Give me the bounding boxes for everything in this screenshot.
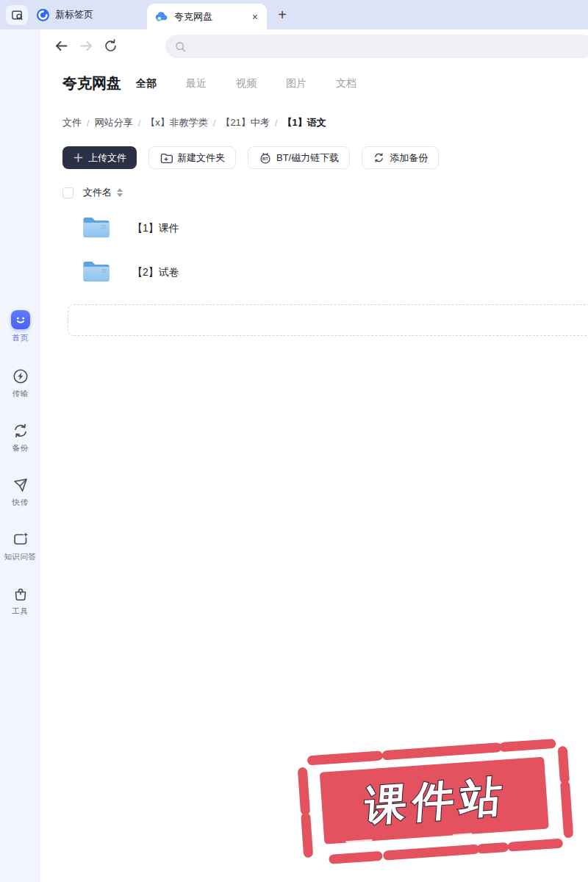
- folder-name[interactable]: 【2】试卷: [132, 266, 179, 279]
- sidebar-item-home[interactable]: 首页: [0, 310, 40, 343]
- sort-icon[interactable]: [117, 188, 123, 197]
- main-content: 夸克网盘 全部 最近 视频 图片 文档 文件 / 网站分享 / 【x】非教学类 …: [40, 29, 588, 882]
- new-folder-icon: [159, 151, 173, 165]
- search-input[interactable]: [193, 41, 585, 52]
- sidebar-label: 首页: [12, 333, 29, 343]
- tab-recent[interactable]: 最近: [186, 77, 207, 90]
- sidebar-item-quickshare[interactable]: 快传: [0, 476, 40, 508]
- breadcrumb-current: 【1】语文: [282, 116, 326, 129]
- quark-browser-icon: [37, 9, 49, 21]
- refresh-icon[interactable]: [103, 38, 118, 54]
- address-search-bar[interactable]: [165, 35, 588, 58]
- search-icon: [174, 40, 187, 53]
- home-smiley-icon: [11, 310, 30, 329]
- knowledge-qa-icon: [12, 531, 29, 548]
- backup-sync-icon: [12, 422, 29, 440]
- breadcrumb-item[interactable]: 【x】非教学类: [146, 116, 208, 129]
- new-folder-label: 新建文件夹: [177, 151, 225, 165]
- stamp-text: 课件站: [362, 772, 509, 829]
- folder-icon: [82, 259, 111, 284]
- bt-download-label: BT/磁力链下载: [276, 151, 339, 165]
- tab-label: 夸克网盘: [174, 10, 212, 24]
- breadcrumb-item[interactable]: 文件: [62, 116, 82, 129]
- quark-cloud-icon: [154, 10, 168, 24]
- sidebar-item-transfer[interactable]: 传输: [0, 368, 40, 399]
- breadcrumb: 文件 / 网站分享 / 【x】非教学类 / 【21】中考 / 【1】语文: [62, 116, 326, 129]
- add-backup-label: 添加备份: [390, 151, 428, 165]
- paper-plane-icon: [12, 476, 29, 494]
- filename-column-header: 文件名: [83, 186, 112, 199]
- tab-search-icon: [10, 8, 24, 22]
- filter-tabs: 全部 最近 视频 图片 文档: [136, 77, 356, 90]
- folder-name[interactable]: 【1】课件: [132, 222, 179, 235]
- breadcrumb-separator: /: [275, 118, 278, 129]
- backup-icon: [373, 151, 385, 164]
- toolbox-icon: [12, 585, 29, 603]
- folder-icon: [82, 215, 111, 240]
- upload-file-button[interactable]: 上传文件: [62, 146, 137, 169]
- file-row-folder-1[interactable]: 【1】课件: [40, 207, 588, 251]
- watermark-stamp: 课件站: [290, 730, 581, 875]
- sidebar-item-backup[interactable]: 备份: [0, 422, 40, 453]
- tab-image[interactable]: 图片: [286, 77, 306, 90]
- sidebar-label: 知识问答: [4, 552, 37, 562]
- page-title: 夸克网盘: [62, 74, 121, 93]
- bt-magnet-download-button[interactable]: BT BT/磁力链下载: [248, 146, 350, 169]
- upload-file-label: 上传文件: [88, 151, 126, 165]
- sidebar-label: 快传: [12, 498, 29, 508]
- new-tab-button[interactable]: +: [273, 6, 291, 24]
- tab-label: 新标签页: [55, 8, 93, 21]
- tab-doc[interactable]: 文档: [336, 77, 356, 90]
- add-backup-button[interactable]: 添加备份: [362, 146, 439, 169]
- sidebar: 首页 传输 备份 快传 知识问答 工: [0, 29, 40, 882]
- plus-icon: [73, 152, 84, 163]
- sidebar-label: 备份: [12, 443, 29, 453]
- tab-all[interactable]: 全部: [136, 77, 157, 90]
- sidebar-item-qa[interactable]: 知识问答: [0, 531, 40, 562]
- sidebar-label: 传输: [12, 389, 29, 399]
- upload-drop-zone[interactable]: [68, 304, 588, 336]
- breadcrumb-separator: /: [87, 118, 90, 129]
- select-all-checkbox[interactable]: [62, 187, 74, 198]
- breadcrumb-item[interactable]: 【21】中考: [220, 116, 269, 129]
- sidebar-item-tools[interactable]: 工具: [0, 585, 40, 617]
- breadcrumb-separator: /: [213, 118, 216, 129]
- tab-video[interactable]: 视频: [236, 77, 257, 90]
- tab-close-icon[interactable]: ×: [251, 11, 259, 23]
- browser-tab-strip: 新标签页 夸克网盘 × +: [0, 0, 588, 29]
- sidebar-label: 工具: [12, 606, 29, 617]
- browser-toolbar: [40, 29, 588, 62]
- new-folder-button[interactable]: 新建文件夹: [148, 146, 236, 169]
- breadcrumb-item[interactable]: 网站分享: [95, 116, 133, 129]
- file-list-header: 文件名: [62, 186, 123, 199]
- svg-text:BT: BT: [262, 157, 268, 161]
- forward-icon: [79, 38, 94, 54]
- transfer-icon: [12, 368, 29, 385]
- file-row-folder-2[interactable]: 【2】试卷: [40, 251, 588, 295]
- action-buttons: 上传文件 新建文件夹 BT BT/磁力链下载 添加备份: [62, 146, 439, 169]
- bt-icon: BT: [259, 151, 272, 165]
- tab-search-button[interactable]: [6, 5, 28, 25]
- breadcrumb-separator: /: [138, 118, 141, 129]
- browser-tab-quark[interactable]: 夸克网盘 ×: [147, 4, 267, 29]
- browser-tab-newtab[interactable]: 新标签页: [29, 0, 101, 29]
- back-icon[interactable]: [54, 38, 69, 54]
